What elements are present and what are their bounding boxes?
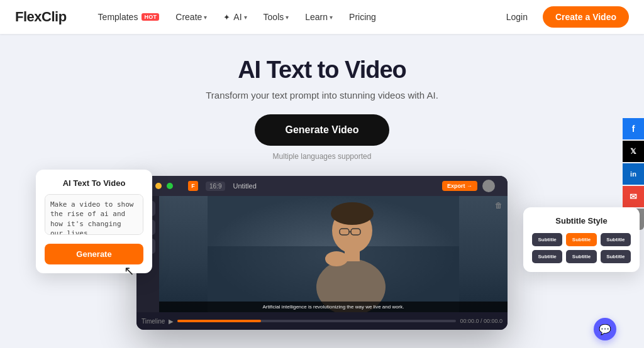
editor-toolbar-info: F 16:9 Untitled — [178, 181, 437, 191]
nav-templates[interactable]: Templates HOT — [92, 8, 166, 26]
subtitle-item-3[interactable]: Subtitle — [532, 250, 562, 263]
tools-chevron-icon: ▾ — [286, 14, 289, 21]
subtitle-item-4[interactable]: Subtitle — [566, 250, 596, 263]
nav-create[interactable]: Create ▾ — [169, 8, 213, 26]
chat-bubble-button[interactable]: 💬 — [594, 318, 616, 340]
timeline-bar[interactable] — [177, 320, 456, 322]
nav-pricing[interactable]: Pricing — [343, 8, 382, 26]
subtitle-item-0[interactable]: Subtitle — [532, 233, 562, 246]
editor-f-logo: F — [188, 181, 198, 191]
subtitle-item-1[interactable]: Subtitle — [566, 233, 596, 246]
hero-title: AI Text to Video — [238, 57, 406, 84]
editor-timeline: Timeline ▶ 00:00.0 / 00:00.0 — [136, 312, 508, 330]
subtitle-panel: Subtitle Style Subtitle Subtitle Subtitl… — [523, 207, 640, 272]
nav-learn[interactable]: Learn ▾ — [299, 8, 339, 26]
nav-actions: Login Create a Video — [499, 6, 629, 28]
play-button[interactable]: ▶ — [169, 318, 174, 325]
timeline-progress — [177, 320, 261, 322]
cursor-icon: ↖ — [124, 263, 135, 278]
editor-title: Untitled — [233, 182, 256, 190]
preview-container: AI Text To Video Generate ↖ F 16:9 Untit… — [127, 176, 517, 330]
video-preview: Artificial intelligence is revolutionizi… — [159, 196, 508, 312]
ai-generate-button[interactable]: Generate — [45, 244, 143, 264]
export-button[interactable]: Export → — [442, 181, 477, 191]
trash-icon[interactable]: 🗑 — [495, 201, 502, 210]
subtitle-panel-title: Subtitle Style — [532, 216, 631, 226]
window-minimize-dot — [155, 183, 162, 189]
logo[interactable]: FlexClip — [15, 9, 67, 25]
navbar: FlexClip Templates HOT Create ▾ ✦ AI ▾ T… — [0, 0, 644, 34]
ai-text-panel: AI Text To Video Generate ↖ — [36, 170, 152, 273]
editor-body: Artificial intelligence is revolutionizi… — [136, 196, 508, 312]
ai-text-input[interactable] — [45, 194, 143, 235]
nav-ai[interactable]: ✦ AI ▾ — [217, 8, 253, 26]
multi-language-note: Multiple languages supported — [273, 152, 372, 161]
facebook-share-button[interactable]: f — [623, 118, 644, 139]
svg-point-9 — [325, 251, 348, 266]
email-share-button[interactable]: ✉ — [623, 186, 644, 207]
logo-flex: Flex — [15, 9, 42, 24]
nav-tools[interactable]: Tools ▾ — [257, 8, 296, 26]
subtitle-item-5[interactable]: Subtitle — [601, 250, 631, 263]
editor-window: F 16:9 Untitled Export → — [136, 176, 508, 330]
ai-star-icon: ✦ — [223, 13, 230, 22]
create-video-button[interactable]: Create a Video — [543, 6, 629, 28]
subtitle-item-2[interactable]: Subtitle — [601, 233, 631, 246]
ai-panel-title: AI Text To Video — [45, 178, 143, 188]
editor-topbar: F 16:9 Untitled Export → — [136, 176, 508, 196]
hero-section: AI Text to Video Transform your text pro… — [0, 34, 644, 330]
video-subtitle-bar: Artificial intelligence is revolutionizi… — [159, 302, 508, 312]
timeline-time: 00:00.0 / 00:00.0 — [460, 318, 502, 324]
logo-clip: Clip — [42, 9, 67, 24]
editor-ratio: 16:9 — [206, 182, 225, 191]
generate-video-button[interactable]: Generate Video — [255, 114, 389, 146]
window-maximize-dot — [167, 183, 173, 189]
chat-icon: 💬 — [599, 324, 611, 335]
hero-subtitle: Transform your text prompt into stunning… — [206, 90, 438, 101]
editor-toolbar-actions: Export → — [442, 180, 500, 192]
create-chevron-icon: ▾ — [204, 14, 207, 21]
person-svg — [159, 196, 508, 312]
twitter-share-button[interactable]: 𝕏 — [623, 141, 644, 162]
ai-chevron-icon: ▾ — [244, 14, 247, 21]
learn-chevron-icon: ▾ — [330, 14, 333, 21]
linkedin-share-button[interactable]: in — [623, 163, 644, 185]
hot-badge: HOT — [142, 13, 159, 21]
editor-user-avatar — [482, 180, 495, 192]
login-button[interactable]: Login — [499, 8, 535, 26]
svg-point-6 — [331, 202, 374, 225]
editor-main-area: Artificial intelligence is revolutionizi… — [159, 196, 508, 312]
nav-links: Templates HOT Create ▾ ✦ AI ▾ Tools ▾ Le… — [92, 8, 499, 26]
subtitle-grid: Subtitle Subtitle Subtitle Subtitle Subt… — [532, 233, 631, 263]
timeline-label: Timeline — [142, 318, 165, 325]
person-figure — [159, 196, 508, 312]
